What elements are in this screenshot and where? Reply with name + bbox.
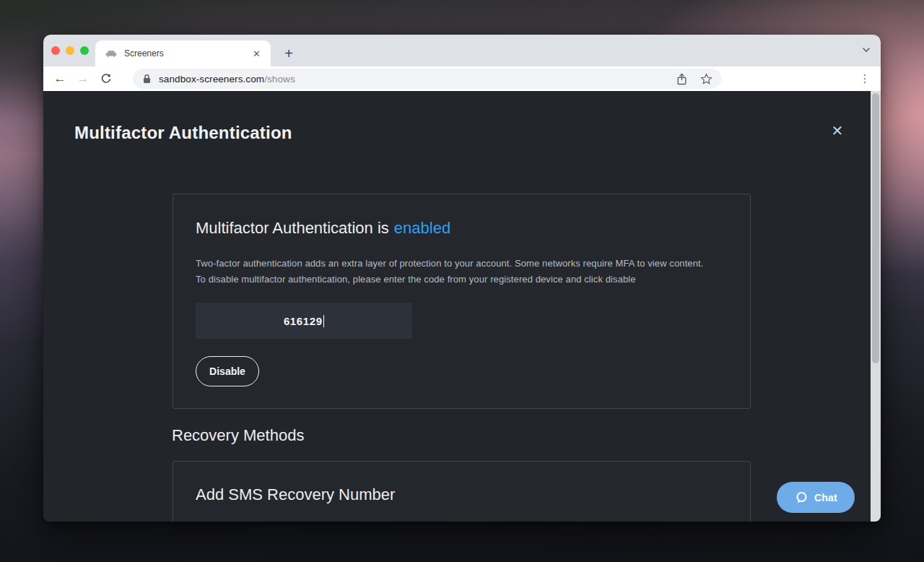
- browser-tab-screeners[interactable]: Screeners ✕: [95, 40, 271, 66]
- mfa-card: Multifactor Authentication isenabled Two…: [173, 194, 751, 409]
- window-controls: [51, 46, 89, 55]
- page-title: Multifactor Authentication: [74, 123, 292, 143]
- text-caret: [323, 315, 325, 327]
- page-content: Multifactor Authentication ✕ Multifactor…: [43, 91, 881, 522]
- browser-toolbar: ← → sandbox-screeners.com/shows: [43, 66, 881, 91]
- page-scrollbar[interactable]: [871, 91, 881, 522]
- sms-recovery-card: Add SMS Recovery Number: [173, 461, 751, 522]
- browser-window: Screeners ✕ + ← → sandbox-screeners.com/…: [43, 35, 881, 522]
- mfa-code-input[interactable]: 616129: [196, 303, 412, 339]
- tab-close-icon[interactable]: ✕: [251, 48, 262, 60]
- chat-button[interactable]: Chat: [777, 482, 855, 513]
- address-bar[interactable]: sandbox-screeners.com/shows: [133, 69, 721, 89]
- chevron-down-icon[interactable]: [862, 47, 871, 53]
- url-domain: sandbox-screeners.com: [159, 74, 264, 85]
- new-tab-button[interactable]: +: [279, 43, 299, 64]
- mfa-description: Two-factor authentication adds an extra …: [196, 256, 707, 287]
- mfa-status-badge: enabled: [394, 219, 450, 237]
- sms-card-title: Add SMS Recovery Number: [196, 485, 395, 504]
- close-icon[interactable]: ✕: [828, 121, 847, 140]
- window-zoom-button[interactable]: [80, 46, 89, 55]
- window-minimize-button[interactable]: [66, 46, 74, 55]
- tab-title: Screeners: [124, 48, 251, 59]
- mfa-card-title: Multifactor Authentication isenabled: [196, 219, 450, 238]
- forward-icon: →: [74, 69, 92, 88]
- reload-icon[interactable]: [97, 69, 116, 88]
- window-close-button[interactable]: [51, 46, 60, 55]
- back-icon[interactable]: ←: [51, 69, 69, 88]
- browser-menu-icon[interactable]: ⋮: [856, 72, 873, 85]
- tab-strip: Screeners ✕ +: [43, 35, 881, 66]
- chat-bubble-icon: [794, 490, 808, 505]
- share-icon[interactable]: [676, 73, 687, 85]
- url-text: sandbox-screeners.com/shows: [159, 74, 676, 85]
- mfa-title-prefix: Multifactor Authentication is: [196, 219, 389, 237]
- recovery-methods-heading: Recovery Methods: [172, 426, 304, 445]
- chat-button-label: Chat: [814, 492, 837, 503]
- url-path: /shows: [264, 74, 295, 85]
- couch-favicon-icon: [105, 48, 117, 59]
- mfa-code-value: 616129: [284, 315, 323, 327]
- lock-icon: [142, 74, 152, 84]
- scrollbar-thumb[interactable]: [872, 93, 879, 363]
- disable-button[interactable]: Disable: [196, 356, 259, 386]
- bookmark-star-icon[interactable]: [700, 73, 712, 85]
